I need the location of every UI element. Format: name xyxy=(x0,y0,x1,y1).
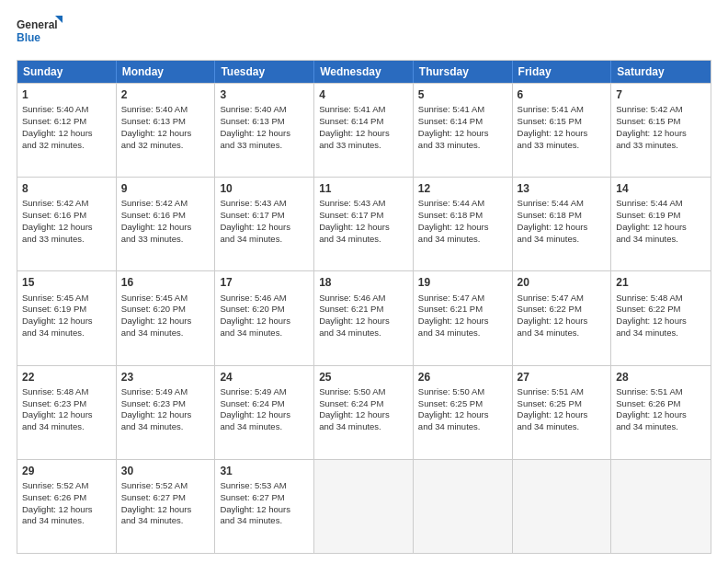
day-info-line: Sunrise: 5:49 AM xyxy=(121,386,210,398)
day-number: 13 xyxy=(518,181,607,196)
day-info-line: Sunset: 6:14 PM xyxy=(418,116,507,128)
day-number: 26 xyxy=(418,370,507,385)
day-info-line: Sunset: 6:19 PM xyxy=(22,304,111,316)
calendar-day-3: 3Sunrise: 5:40 AMSunset: 6:13 PMDaylight… xyxy=(215,84,314,177)
day-number: 27 xyxy=(518,370,607,385)
calendar-day-31: 31Sunrise: 5:53 AMSunset: 6:27 PMDayligh… xyxy=(215,460,314,553)
day-number: 11 xyxy=(319,181,408,196)
day-info-line: and 33 minutes. xyxy=(121,234,210,246)
calendar-day-29: 29Sunrise: 5:52 AMSunset: 6:26 PMDayligh… xyxy=(17,460,117,553)
day-number: 2 xyxy=(121,87,210,102)
day-info-line: Daylight: 12 hours xyxy=(22,222,111,234)
day-info-line: Sunrise: 5:42 AM xyxy=(22,198,111,210)
day-info-line: and 33 minutes. xyxy=(616,140,706,152)
logo: General Blue xyxy=(17,14,63,51)
calendar-day-17: 17Sunrise: 5:46 AMSunset: 6:20 PMDayligh… xyxy=(215,271,314,364)
calendar-week-1: 1Sunrise: 5:40 AMSunset: 6:12 PMDaylight… xyxy=(17,83,711,177)
day-info-line: Sunrise: 5:44 AM xyxy=(518,198,607,210)
calendar-day-22: 22Sunrise: 5:48 AMSunset: 6:23 PMDayligh… xyxy=(17,366,117,459)
calendar-day-15: 15Sunrise: 5:45 AMSunset: 6:19 PMDayligh… xyxy=(17,271,117,364)
day-info-line: Daylight: 12 hours xyxy=(121,409,210,421)
calendar-day-25: 25Sunrise: 5:50 AMSunset: 6:24 PMDayligh… xyxy=(314,366,414,459)
day-info-line: Sunset: 6:26 PM xyxy=(22,492,111,504)
day-info-line: Sunrise: 5:47 AM xyxy=(418,293,507,304)
calendar-week-4: 22Sunrise: 5:48 AMSunset: 6:23 PMDayligh… xyxy=(17,365,711,459)
day-info-line: and 34 minutes. xyxy=(220,515,309,527)
calendar-day-6: 6Sunrise: 5:41 AMSunset: 6:15 PMDaylight… xyxy=(513,84,612,177)
calendar-day-empty xyxy=(314,460,414,553)
calendar-week-3: 15Sunrise: 5:45 AMSunset: 6:19 PMDayligh… xyxy=(17,270,711,364)
calendar-day-empty xyxy=(611,460,711,553)
day-info-line: Sunrise: 5:43 AM xyxy=(319,198,408,210)
day-number: 19 xyxy=(418,275,507,290)
day-info-line: Daylight: 12 hours xyxy=(418,222,507,234)
day-info-line: Sunrise: 5:41 AM xyxy=(518,104,607,116)
day-info-line: and 32 minutes. xyxy=(22,140,111,152)
day-info-line: and 33 minutes. xyxy=(220,140,309,152)
day-info-line: Sunrise: 5:49 AM xyxy=(220,386,309,398)
day-number: 17 xyxy=(220,275,309,290)
day-info-line: Sunrise: 5:51 AM xyxy=(518,386,607,398)
day-number: 21 xyxy=(616,275,706,290)
day-info-line: Sunrise: 5:51 AM xyxy=(616,386,706,398)
day-info-line: Sunrise: 5:44 AM xyxy=(616,198,706,210)
calendar-day-28: 28Sunrise: 5:51 AMSunset: 6:26 PMDayligh… xyxy=(611,366,711,459)
day-info-line: Daylight: 12 hours xyxy=(121,316,210,327)
calendar-day-30: 30Sunrise: 5:52 AMSunset: 6:27 PMDayligh… xyxy=(117,460,216,553)
day-info-line: and 34 minutes. xyxy=(121,421,210,433)
day-info-line: Daylight: 12 hours xyxy=(220,504,309,516)
day-info-line: and 34 minutes. xyxy=(518,234,607,246)
day-info-line: and 34 minutes. xyxy=(418,234,507,246)
day-number: 14 xyxy=(616,181,706,196)
day-info-line: and 34 minutes. xyxy=(319,327,408,339)
day-info-line: Sunset: 6:22 PM xyxy=(518,304,607,316)
day-info-line: and 34 minutes. xyxy=(22,515,111,527)
day-info-line: Sunset: 6:27 PM xyxy=(121,492,210,504)
day-info-line: Daylight: 12 hours xyxy=(121,128,210,140)
day-number: 23 xyxy=(121,370,210,385)
calendar-day-empty xyxy=(513,460,612,553)
day-info-line: and 32 minutes. xyxy=(121,140,210,152)
calendar-body: 1Sunrise: 5:40 AMSunset: 6:12 PMDaylight… xyxy=(17,83,711,553)
day-info-line: Sunset: 6:18 PM xyxy=(418,210,507,222)
day-number: 22 xyxy=(22,370,111,385)
day-info-line: Daylight: 12 hours xyxy=(518,128,607,140)
calendar-day-12: 12Sunrise: 5:44 AMSunset: 6:18 PMDayligh… xyxy=(414,178,513,270)
day-info-line: and 34 minutes. xyxy=(220,234,309,246)
day-info-line: Sunrise: 5:42 AM xyxy=(616,104,706,116)
calendar-day-27: 27Sunrise: 5:51 AMSunset: 6:25 PMDayligh… xyxy=(513,366,612,459)
calendar-day-2: 2Sunrise: 5:40 AMSunset: 6:13 PMDaylight… xyxy=(117,84,216,177)
day-info-line: and 34 minutes. xyxy=(616,421,706,433)
day-info-line: and 33 minutes. xyxy=(22,234,111,246)
day-info-line: Daylight: 12 hours xyxy=(22,409,111,421)
day-info-line: Daylight: 12 hours xyxy=(616,409,706,421)
day-header-tuesday: Tuesday xyxy=(215,61,314,83)
day-info-line: and 34 minutes. xyxy=(22,327,111,339)
day-info-line: Sunrise: 5:46 AM xyxy=(220,293,309,304)
day-info-line: Daylight: 12 hours xyxy=(22,316,111,327)
day-info-line: Daylight: 12 hours xyxy=(220,409,309,421)
day-info-line: Sunset: 6:23 PM xyxy=(121,398,210,410)
day-number: 6 xyxy=(518,87,607,102)
day-info-line: Sunset: 6:20 PM xyxy=(220,304,309,316)
day-info-line: and 34 minutes. xyxy=(220,421,309,433)
calendar-day-19: 19Sunrise: 5:47 AMSunset: 6:21 PMDayligh… xyxy=(414,271,513,364)
day-number: 15 xyxy=(22,275,111,290)
day-info-line: Sunset: 6:24 PM xyxy=(220,398,309,410)
day-info-line: Sunset: 6:15 PM xyxy=(518,116,607,128)
calendar-day-24: 24Sunrise: 5:49 AMSunset: 6:24 PMDayligh… xyxy=(215,366,314,459)
day-number: 30 xyxy=(121,464,210,478)
day-info-line: and 33 minutes. xyxy=(518,140,607,152)
day-info-line: and 33 minutes. xyxy=(319,140,408,152)
calendar-header: SundayMondayTuesdayWednesdayThursdayFrid… xyxy=(17,61,711,83)
day-info-line: and 34 minutes. xyxy=(121,515,210,527)
day-info-line: Daylight: 12 hours xyxy=(22,504,111,516)
day-info-line: Daylight: 12 hours xyxy=(319,222,408,234)
day-info-line: and 34 minutes. xyxy=(518,421,607,433)
day-info-line: and 34 minutes. xyxy=(518,327,607,339)
day-info-line: Sunrise: 5:53 AM xyxy=(220,480,309,492)
day-number: 28 xyxy=(616,370,706,385)
day-info-line: Sunset: 6:17 PM xyxy=(319,210,408,222)
calendar-day-8: 8Sunrise: 5:42 AMSunset: 6:16 PMDaylight… xyxy=(17,178,117,270)
calendar-day-10: 10Sunrise: 5:43 AMSunset: 6:17 PMDayligh… xyxy=(215,178,314,270)
